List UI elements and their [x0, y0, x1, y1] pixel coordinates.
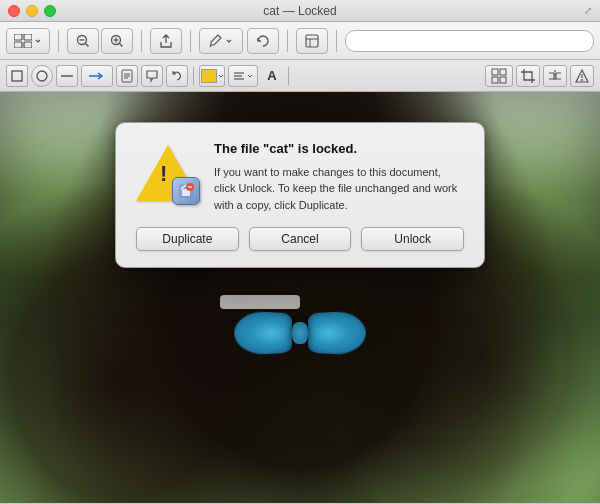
oval-tool[interactable] — [31, 65, 53, 87]
svg-point-32 — [581, 79, 583, 81]
svg-point-16 — [37, 71, 47, 81]
text-tool[interactable] — [116, 65, 138, 87]
separator-1 — [58, 30, 59, 52]
svg-rect-15 — [12, 71, 22, 81]
edit-button[interactable] — [296, 28, 328, 54]
unlock-button[interactable]: Unlock — [361, 227, 464, 251]
separator-t2-2 — [288, 67, 289, 85]
svg-rect-28 — [492, 77, 498, 83]
svg-rect-29 — [500, 77, 506, 83]
color-picker[interactable] — [199, 65, 225, 87]
toolbar-primary — [0, 22, 600, 60]
separator-4 — [287, 30, 288, 52]
svg-rect-0 — [14, 34, 22, 40]
window-controls[interactable] — [8, 5, 56, 17]
share-button[interactable] — [150, 28, 182, 54]
svg-line-6 — [86, 43, 89, 46]
color-swatch — [201, 69, 217, 83]
line-tool[interactable] — [56, 65, 78, 87]
flip-button[interactable] — [543, 65, 567, 87]
grid-button[interactable] — [485, 65, 513, 87]
minimize-button[interactable] — [26, 5, 38, 17]
modal-overlay: The file "cat" is locked. If you want to… — [0, 92, 600, 503]
cancel-button[interactable]: Cancel — [249, 227, 352, 251]
modal-buttons: Duplicate Cancel Unlock — [136, 227, 464, 251]
rectangle-tool[interactable] — [6, 65, 28, 87]
window-title: cat — Locked — [263, 4, 336, 18]
file-badge — [172, 177, 200, 205]
svg-rect-1 — [24, 34, 32, 40]
title-bar: cat — Locked ⤢ — [0, 0, 600, 22]
zoom-out-button[interactable] — [67, 28, 99, 54]
right-tools — [485, 65, 594, 87]
svg-rect-26 — [492, 69, 498, 75]
modal-text: The file "cat" is locked. If you want to… — [214, 141, 464, 213]
duplicate-button[interactable]: Duplicate — [136, 227, 239, 251]
modal-content-area: The file "cat" is locked. If you want to… — [136, 141, 464, 213]
arrow-tool[interactable] — [81, 65, 113, 87]
svg-line-10 — [120, 43, 123, 46]
modal-title: The file "cat" is locked. — [214, 141, 464, 158]
annotate-button[interactable] — [199, 28, 243, 54]
svg-line-11 — [210, 45, 211, 47]
svg-rect-27 — [500, 69, 506, 75]
align-dropdown[interactable] — [228, 65, 258, 87]
resize-icon: ⤢ — [584, 5, 592, 16]
separator-2 — [141, 30, 142, 52]
maximize-button[interactable] — [44, 5, 56, 17]
toolbar-secondary: A — [0, 60, 600, 92]
main-content: The file "cat" is locked. If you want to… — [0, 92, 600, 503]
separator-t2-1 — [193, 67, 194, 85]
close-button[interactable] — [8, 5, 20, 17]
modal-icon — [136, 141, 200, 205]
adjust-button[interactable] — [570, 65, 594, 87]
crop-button[interactable] — [516, 65, 540, 87]
separator-5 — [336, 30, 337, 52]
speech-tool[interactable] — [141, 65, 163, 87]
svg-rect-3 — [24, 42, 32, 48]
search-input[interactable] — [345, 30, 594, 52]
view-button[interactable] — [6, 28, 50, 54]
locked-dialog: The file "cat" is locked. If you want to… — [115, 122, 485, 268]
font-label: A — [261, 65, 283, 87]
rotate-button[interactable] — [247, 28, 279, 54]
zoom-in-button[interactable] — [101, 28, 133, 54]
rotate2-tool[interactable] — [166, 65, 188, 87]
svg-rect-2 — [14, 42, 22, 48]
modal-body: If you want to make changes to this docu… — [214, 164, 464, 214]
zoom-controls — [67, 28, 133, 54]
separator-3 — [190, 30, 191, 52]
svg-rect-12 — [306, 35, 318, 47]
view-controls — [6, 28, 50, 54]
